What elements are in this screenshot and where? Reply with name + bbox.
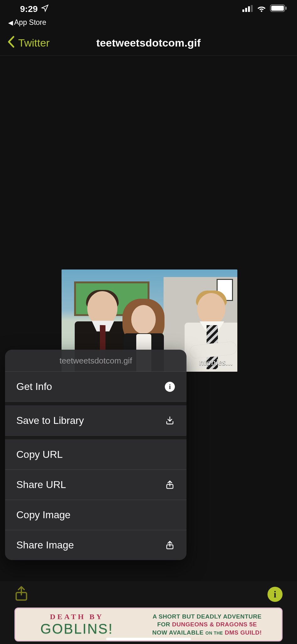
gif-caption: ntables... bbox=[199, 357, 233, 367]
status-time: 9:29 bbox=[20, 4, 38, 14]
menu-share-image[interactable]: Share Image bbox=[5, 530, 186, 560]
menu-label: Share Image bbox=[16, 539, 74, 551]
breadcrumb-label: App Store bbox=[14, 18, 46, 27]
context-menu: teetweetsdotcom.gif Get Info i Save to L… bbox=[5, 350, 186, 560]
share-icon bbox=[165, 480, 175, 490]
status-right bbox=[242, 4, 287, 14]
menu-label: Copy URL bbox=[16, 449, 63, 460]
nav-bar: Twitter teetweetsdotcom.gif bbox=[0, 31, 297, 56]
menu-separator bbox=[5, 402, 186, 405]
svg-rect-3 bbox=[251, 5, 253, 12]
location-icon bbox=[41, 4, 49, 14]
svg-rect-6 bbox=[285, 7, 287, 10]
toolbar: i bbox=[0, 581, 297, 605]
share-icon bbox=[165, 540, 175, 551]
ad-line1: A SHORT BUT DEADLY ADVENTURE bbox=[138, 613, 277, 621]
ad-right: A SHORT BUT DEADLY ADVENTURE FOR DUNGEON… bbox=[138, 613, 277, 637]
svg-rect-1 bbox=[245, 8, 247, 12]
menu-label: Share URL bbox=[16, 479, 66, 491]
ad-line2: FOR DUNGEONS & DRAGONS 5E bbox=[138, 620, 277, 629]
menu-copy-url[interactable]: Copy URL bbox=[5, 439, 186, 469]
content-area: ntables... teetweetsdotcom.gif Get Info … bbox=[0, 56, 297, 581]
ad-headline-big: GOBLINS! bbox=[20, 621, 133, 637]
status-left: 9:29 bbox=[20, 4, 49, 14]
menu-copy-image[interactable]: Copy Image bbox=[5, 500, 186, 530]
ad-headline-top: DEATH BY bbox=[20, 613, 133, 621]
ad-line3: NOW AVAILABLE ON THE DMS GUILD! bbox=[138, 629, 277, 637]
context-menu-title: teetweetsdotcom.gif bbox=[5, 350, 186, 371]
cellular-icon bbox=[242, 4, 253, 14]
download-icon bbox=[165, 415, 175, 426]
menu-label: Get Info bbox=[16, 381, 52, 392]
back-button[interactable]: Twitter bbox=[7, 36, 50, 50]
svg-rect-0 bbox=[242, 9, 244, 12]
info-button[interactable]: i bbox=[267, 587, 283, 602]
status-bar: 9:29 bbox=[0, 0, 297, 18]
footer: i DEATH BY GOBLINS! A SHORT BUT DEADLY A… bbox=[0, 581, 297, 644]
breadcrumb-back-to-app[interactable]: ◀ App Store bbox=[0, 18, 297, 31]
ad-banner[interactable]: DEATH BY GOBLINS! A SHORT BUT DEADLY ADV… bbox=[14, 608, 283, 641]
menu-separator bbox=[5, 436, 186, 439]
menu-label: Copy Image bbox=[16, 509, 71, 521]
info-icon: i bbox=[165, 381, 175, 392]
back-label: Twitter bbox=[18, 37, 50, 49]
menu-get-info[interactable]: Get Info i bbox=[5, 371, 186, 402]
share-button[interactable] bbox=[14, 586, 28, 602]
menu-label: Save to Library bbox=[16, 415, 84, 426]
chevron-left-small-icon: ◀ bbox=[8, 19, 13, 26]
svg-rect-5 bbox=[271, 6, 284, 11]
menu-save-to-library[interactable]: Save to Library bbox=[5, 405, 186, 436]
wifi-icon bbox=[257, 4, 266, 14]
ad-left: DEATH BY GOBLINS! bbox=[20, 613, 133, 637]
battery-icon bbox=[270, 4, 287, 14]
chevron-left-icon bbox=[7, 36, 15, 50]
menu-share-url[interactable]: Share URL bbox=[5, 469, 186, 500]
svg-rect-2 bbox=[248, 6, 250, 12]
blank-icon bbox=[165, 510, 175, 520]
blank-icon bbox=[165, 449, 175, 460]
home-indicator[interactable] bbox=[106, 638, 191, 640]
